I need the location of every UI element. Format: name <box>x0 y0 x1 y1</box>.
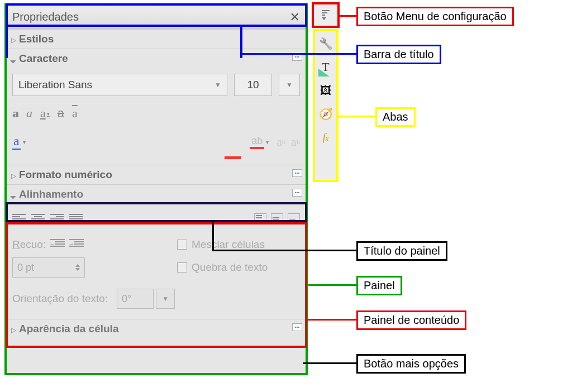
section-header-caractere[interactable]: Caractere <box>7 49 306 68</box>
more-options-button[interactable] <box>292 169 302 177</box>
font-size-value: 10 <box>247 79 259 91</box>
expand-icon <box>11 169 19 181</box>
orientation-dropdown[interactable]: ▼ <box>156 289 175 309</box>
section-title: Estilos <box>19 33 54 45</box>
section-title: Alinhamento <box>19 188 83 200</box>
align-center-icon[interactable] <box>31 214 45 224</box>
section-title: Formato numérico <box>19 169 112 181</box>
annotation-tabs: Abas <box>375 107 416 127</box>
section-header-aparencia[interactable]: Aparência da célula <box>7 319 306 338</box>
navigator-tab-icon[interactable] <box>317 106 334 122</box>
recuo-label: RRecuo:ecuo: <box>12 238 46 251</box>
section-alinhamento: Alinhamento RRecuo:ecuo: Mesclar <box>7 184 306 319</box>
sidebar-titlebar: Propriedades ✕ <box>7 6 306 29</box>
align-left-icon[interactable] <box>12 214 26 224</box>
strike-icon[interactable]: a <box>58 106 64 121</box>
menu-icon <box>322 10 330 20</box>
annotation-more-button: Botão mais opções <box>356 354 466 374</box>
font-size-input[interactable]: 10 <box>234 74 272 96</box>
collapse-icon <box>11 188 19 200</box>
merge-cells-label: Mesclar células <box>192 238 265 251</box>
valign-middle-icon[interactable] <box>271 213 283 224</box>
section-header-alinhamento[interactable]: Alinhamento <box>7 185 306 204</box>
wrap-text-label: Quebra de texto <box>192 261 268 274</box>
italic-icon[interactable]: a <box>26 106 32 121</box>
underline-icon[interactable]: a▾ <box>40 106 50 121</box>
wrap-text-checkbox[interactable] <box>177 262 187 273</box>
section-aparencia: Aparência da célula <box>7 319 306 338</box>
more-options-button[interactable] <box>292 323 302 331</box>
gallery-tab-icon[interactable] <box>317 82 334 99</box>
superscript-icon[interactable]: ab <box>277 135 285 149</box>
increase-indent-icon[interactable] <box>69 239 84 250</box>
section-title: Caractere <box>19 52 68 65</box>
section-estilos: Estilos <box>7 29 306 49</box>
sidebar-panel: Propriedades ✕ Estilos Caractere Liberat… <box>4 3 308 375</box>
highlight-dropdown[interactable]: ▾ <box>266 139 269 145</box>
text-style-row: a a a▾ a a <box>12 105 300 122</box>
font-name-value: Liberation Sans <box>18 79 92 91</box>
config-menu-button[interactable] <box>313 3 339 27</box>
sidebar-title: Propriedades <box>12 11 79 23</box>
text-color-row: a ▾ ab ▾ ab ab <box>12 131 300 153</box>
align-justify-icon[interactable] <box>69 214 83 224</box>
subscript-icon[interactable]: ab <box>291 135 300 149</box>
annotation-panel-title: Título do painel <box>356 241 447 261</box>
section-formato-numerico: Formato numérico <box>7 165 306 184</box>
more-options-button[interactable] <box>292 189 302 197</box>
indent-value: 0 pt <box>17 262 34 274</box>
expand-icon <box>11 323 19 335</box>
annotation-panel: Painel <box>356 276 402 295</box>
collapse-icon <box>11 52 19 65</box>
font-color-icon[interactable]: a <box>12 133 21 150</box>
highlight-icon[interactable]: ab <box>250 135 264 149</box>
annotation-content-panel: Painel de conteúdo <box>356 310 466 330</box>
valign-top-icon[interactable] <box>254 213 266 224</box>
orientation-value-input[interactable]: 0° <box>117 289 154 309</box>
font-size-dropdown[interactable]: ▼ <box>279 74 300 96</box>
functions-tab-icon[interactable] <box>317 129 334 146</box>
orientation-label: Orientação do texto: <box>12 293 108 305</box>
annotation-titlebar: Barra de título <box>356 45 441 64</box>
section-title: Aparência da célula <box>19 323 118 335</box>
font-name-select[interactable]: Liberation Sans ▼ <box>12 74 227 96</box>
section-caractere: Caractere Liberation Sans ▼ 10 ▼ a a a▾ … <box>7 49 306 165</box>
orientation-value: 0° <box>122 293 131 305</box>
section-header-formato[interactable]: Formato numérico <box>7 165 306 184</box>
indent-value-input[interactable]: 0 pt <box>12 257 85 278</box>
tab-strip: T <box>314 29 337 181</box>
caractere-body: Liberation Sans ▼ 10 ▼ a a a▾ a a a ▾ ab <box>7 68 306 165</box>
chevron-down-icon: ▼ <box>214 81 221 89</box>
annotation-menu: Botão Menu de configuração <box>356 7 514 26</box>
color-indicator <box>225 156 241 159</box>
decrease-indent-icon[interactable] <box>50 239 65 250</box>
close-icon[interactable]: ✕ <box>290 10 300 25</box>
alinhamento-body: RRecuo:ecuo: Mesclar células 0 pt Quebra… <box>7 204 306 319</box>
properties-tab-icon[interactable] <box>317 35 334 52</box>
merge-cells-checkbox[interactable] <box>177 240 187 250</box>
expand-icon <box>11 33 19 45</box>
styles-tab-icon[interactable]: T <box>317 59 334 75</box>
align-right-icon[interactable] <box>50 214 64 224</box>
bold-icon[interactable]: a <box>12 106 18 121</box>
overline-icon[interactable]: a <box>72 106 78 121</box>
valign-bottom-icon[interactable] <box>288 213 300 224</box>
font-color-dropdown[interactable]: ▾ <box>23 139 26 145</box>
section-header-estilos[interactable]: Estilos <box>7 30 306 49</box>
